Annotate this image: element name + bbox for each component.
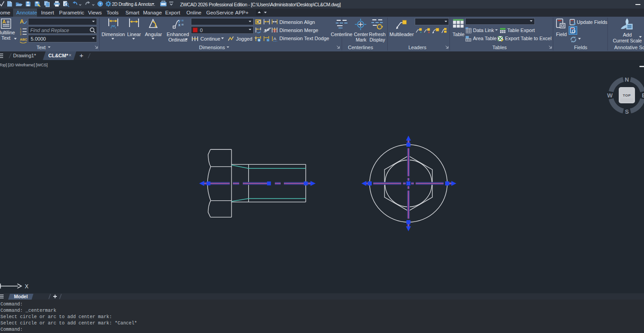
svg-text:A: A xyxy=(2,19,6,24)
svg-text:3: 3 xyxy=(20,33,22,36)
svg-text:W: W xyxy=(607,92,613,99)
svg-text:X: X xyxy=(25,283,28,290)
svg-text:S: S xyxy=(625,108,629,115)
svg-text:x =: x = xyxy=(178,23,184,27)
svg-text:N: N xyxy=(625,76,629,83)
svg-text:E: E xyxy=(642,92,644,99)
svg-text:TOP: TOP xyxy=(623,93,631,97)
svg-text:?: ? xyxy=(99,2,102,6)
svg-text:A: A xyxy=(20,18,24,25)
svg-text:A: A xyxy=(273,37,276,41)
svg-text:ABC: ABC xyxy=(20,37,28,42)
